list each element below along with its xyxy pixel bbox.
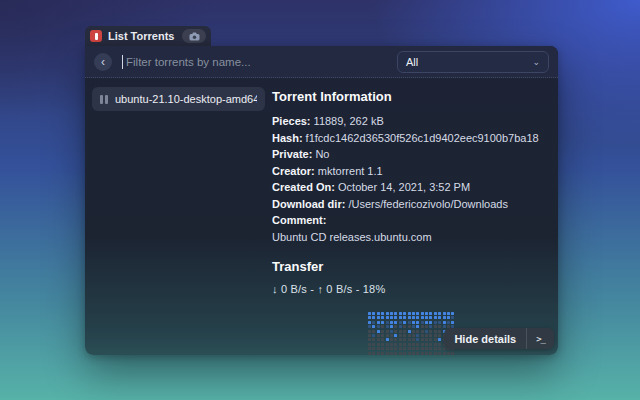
hide-details-button[interactable]: Hide details >_	[444, 328, 554, 349]
hide-details-label: Hide details	[444, 333, 526, 345]
text-caret	[122, 55, 123, 69]
camera-icon[interactable]	[182, 29, 206, 43]
filter-select-value: All	[406, 56, 418, 68]
app-logo-icon	[90, 30, 102, 42]
torrent-list-item[interactable]: ubuntu-21.10-desktop-amd64.iso	[92, 87, 265, 111]
info-field: Creator: mktorrent 1.1	[272, 163, 548, 180]
info-field: Hash: f1fcdc1462d36530f526c1d9402eec9100…	[272, 130, 548, 147]
info-field: Download dir: /Users/federicozivolo/Down…	[272, 196, 548, 213]
torrent-name: ubuntu-21.10-desktop-amd64.iso	[115, 93, 257, 105]
back-button[interactable]: ‹	[94, 53, 112, 71]
filter-field-wrap	[120, 52, 389, 72]
torrent-information-fields: Pieces: 11889, 262 kBHash: f1fcdc1462d36…	[272, 113, 548, 245]
transfer-stats: ↓ 0 B/s - ↑ 0 B/s - 18%	[272, 283, 548, 295]
torrent-information-title: Torrent Information	[272, 89, 548, 104]
torrent-list: ubuntu-21.10-desktop-amd64.iso	[85, 78, 272, 354]
details-panel: Torrent Information Pieces: 11889, 262 k…	[272, 78, 558, 354]
terminal-icon[interactable]: >_	[526, 328, 554, 349]
pieces-availability-grid	[368, 312, 455, 355]
info-field: Private: No	[272, 146, 548, 163]
info-field: Comment:	[272, 212, 548, 229]
info-field-value: Ubuntu CD releases.ubuntu.com	[272, 229, 548, 246]
filter-select[interactable]: All ⌄	[397, 51, 549, 73]
torrent-window: ‹ All ⌄ ubuntu-21.10-desktop-amd64.iso T…	[85, 46, 558, 355]
tab-title: List Torrents	[108, 30, 174, 42]
window-content: ubuntu-21.10-desktop-amd64.iso Torrent I…	[85, 78, 558, 354]
window-tab[interactable]: List Torrents	[85, 26, 211, 46]
info-field: Created On: October 14, 2021, 3:52 PM	[272, 179, 548, 196]
toolbar: ‹ All ⌄	[85, 46, 558, 78]
chevron-down-icon: ⌄	[532, 57, 540, 67]
filter-input[interactable]	[120, 52, 389, 72]
transfer-title: Transfer	[272, 259, 548, 274]
info-field: Pieces: 11889, 262 kB	[272, 113, 548, 130]
pause-icon	[100, 95, 108, 104]
